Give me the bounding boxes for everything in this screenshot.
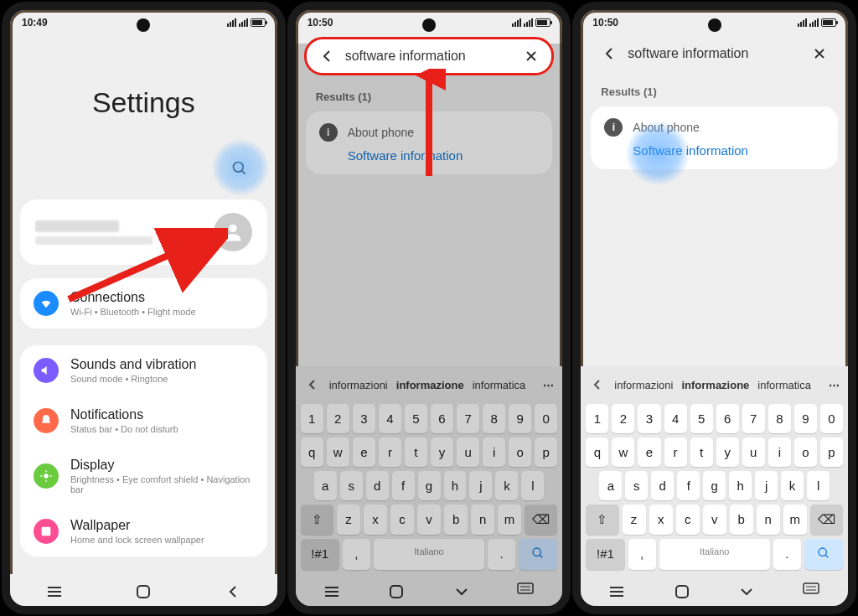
- key-c[interactable]: c: [390, 505, 414, 535]
- nav-recent[interactable]: [323, 582, 341, 601]
- key-e[interactable]: e: [353, 437, 375, 467]
- key-m[interactable]: m: [783, 505, 807, 535]
- search-input[interactable]: [345, 49, 514, 64]
- settings-item-display[interactable]: DisplayBrightness • Eye comfort shield •…: [20, 446, 267, 506]
- settings-item-connections[interactable]: ConnectionsWi-Fi • Bluetooth • Flight mo…: [20, 278, 267, 329]
- key-p[interactable]: p: [820, 437, 843, 467]
- key-t[interactable]: t: [405, 437, 427, 467]
- suggestion-2[interactable]: informazione: [395, 375, 466, 395]
- search-go-key[interactable]: [804, 539, 843, 570]
- key-1[interactable]: 1: [586, 404, 608, 433]
- key-x[interactable]: x: [649, 505, 673, 535]
- search-input[interactable]: [628, 46, 801, 61]
- key-0[interactable]: 0: [535, 404, 557, 433]
- key-w[interactable]: w: [327, 437, 349, 467]
- key-k[interactable]: k: [781, 471, 804, 500]
- backspace-key[interactable]: ⌫: [810, 505, 843, 535]
- key-i[interactable]: i: [768, 437, 791, 467]
- kb-icon[interactable]: [517, 582, 535, 601]
- backspace-key[interactable]: ⌫: [525, 505, 557, 535]
- key-n[interactable]: n: [757, 505, 780, 535]
- key-y[interactable]: y: [431, 437, 453, 467]
- key-7[interactable]: 7: [457, 404, 479, 433]
- nav-home[interactable]: [387, 582, 406, 601]
- key-d[interactable]: d: [651, 471, 674, 500]
- result-link[interactable]: Software information: [348, 148, 540, 163]
- key-u[interactable]: u: [457, 437, 479, 467]
- key-s[interactable]: s: [340, 471, 363, 500]
- clear-button[interactable]: [521, 46, 541, 66]
- shift-key[interactable]: ⇧: [586, 505, 618, 535]
- suggestion-1[interactable]: informazioni: [328, 375, 390, 395]
- symbols-key[interactable]: !#1: [301, 539, 339, 570]
- account-card[interactable]: [20, 199, 267, 265]
- key-d[interactable]: d: [366, 471, 389, 500]
- symbols-key[interactable]: !#1: [586, 539, 624, 570]
- space-key[interactable]: Italiano: [659, 539, 770, 570]
- key-9[interactable]: 9: [509, 404, 531, 433]
- key-t[interactable]: t: [690, 437, 713, 467]
- key-h[interactable]: h: [729, 471, 752, 500]
- key-q[interactable]: q: [301, 437, 323, 467]
- period-key[interactable]: .: [488, 539, 515, 570]
- key-3[interactable]: 3: [353, 404, 375, 433]
- key-m[interactable]: m: [498, 505, 521, 535]
- back-button[interactable]: [599, 44, 619, 64]
- key-f[interactable]: f: [392, 471, 415, 500]
- key-0[interactable]: 0: [820, 404, 843, 433]
- key-l[interactable]: l: [807, 471, 830, 500]
- key-q[interactable]: q: [586, 437, 608, 467]
- key-r[interactable]: r: [664, 437, 687, 467]
- space-key[interactable]: Italiano: [374, 539, 484, 570]
- key-a[interactable]: a: [314, 471, 337, 500]
- nav-hide-kb[interactable]: [737, 582, 756, 601]
- key-e[interactable]: e: [638, 437, 660, 467]
- suggest-back[interactable]: [302, 375, 323, 395]
- suggest-back[interactable]: [587, 375, 607, 395]
- key-v[interactable]: v: [703, 505, 726, 535]
- shift-key[interactable]: ⇧: [301, 505, 333, 535]
- back-button[interactable]: [317, 46, 337, 66]
- key-u[interactable]: u: [742, 437, 765, 467]
- settings-item-sounds[interactable]: Sounds and vibrationSound mode • Rington…: [20, 345, 267, 396]
- key-g[interactable]: g: [418, 471, 441, 500]
- key-6[interactable]: 6: [716, 404, 739, 433]
- key-o[interactable]: o: [509, 437, 531, 467]
- result-link[interactable]: Software information: [633, 143, 824, 158]
- result-card[interactable]: i About phone Software information: [306, 111, 553, 174]
- key-8[interactable]: 8: [768, 404, 791, 433]
- suggestion-2[interactable]: informazione: [680, 375, 751, 395]
- nav-recent[interactable]: [45, 582, 64, 601]
- settings-item-wallpaper[interactable]: WallpaperHome and lock screen wallpaper: [20, 506, 267, 556]
- key-w[interactable]: w: [612, 437, 634, 467]
- period-key[interactable]: .: [773, 539, 801, 570]
- result-card[interactable]: i About phone Software information: [591, 106, 838, 169]
- nav-home[interactable]: [673, 582, 691, 601]
- key-9[interactable]: 9: [794, 404, 817, 433]
- key-i[interactable]: i: [483, 437, 505, 467]
- suggestion-more[interactable]: ⋯: [827, 375, 841, 395]
- suggestion-more[interactable]: ⋯: [541, 375, 556, 395]
- key-b[interactable]: b: [730, 505, 753, 535]
- suggestion-1[interactable]: informazioni: [612, 375, 675, 395]
- comma-key[interactable]: ,: [343, 539, 370, 570]
- key-f[interactable]: f: [677, 471, 700, 500]
- key-l[interactable]: l: [521, 471, 544, 500]
- key-2[interactable]: 2: [612, 404, 634, 433]
- key-7[interactable]: 7: [742, 404, 765, 433]
- suggestion-3[interactable]: informatica: [471, 375, 528, 395]
- key-4[interactable]: 4: [379, 404, 401, 433]
- nav-recent[interactable]: [607, 582, 626, 601]
- comma-key[interactable]: ,: [628, 539, 656, 570]
- key-4[interactable]: 4: [664, 404, 687, 433]
- clear-button[interactable]: [809, 44, 830, 64]
- key-h[interactable]: h: [444, 471, 467, 500]
- key-c[interactable]: c: [676, 505, 700, 535]
- key-8[interactable]: 8: [483, 404, 505, 433]
- nav-home[interactable]: [134, 582, 152, 601]
- key-2[interactable]: 2: [327, 404, 349, 433]
- key-n[interactable]: n: [471, 505, 494, 535]
- kb-icon[interactable]: [803, 582, 821, 601]
- key-j[interactable]: j: [755, 471, 778, 500]
- key-1[interactable]: 1: [301, 404, 323, 433]
